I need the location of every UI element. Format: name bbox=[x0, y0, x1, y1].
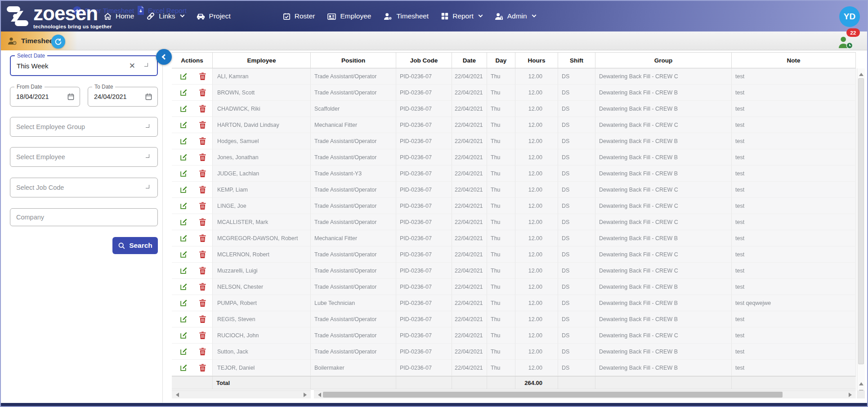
delete-icon[interactable] bbox=[199, 364, 206, 371]
delete-icon[interactable] bbox=[199, 234, 206, 242]
delete-icon[interactable] bbox=[199, 105, 206, 112]
nav-item-report[interactable]: Report bbox=[441, 12, 482, 20]
admin-person-icon bbox=[494, 12, 504, 21]
employee-select[interactable]: Select Employee bbox=[10, 147, 158, 167]
scroll-left-arrow[interactable] bbox=[316, 393, 321, 397]
brand-logo[interactable]: zoesen technologies bring us together bbox=[6, 4, 112, 30]
col-header-shift[interactable]: Shift bbox=[558, 53, 595, 68]
delete-icon[interactable] bbox=[199, 283, 206, 291]
horizontal-scrollbar[interactable] bbox=[314, 390, 856, 398]
calendar-icon[interactable] bbox=[67, 93, 74, 100]
edit-icon[interactable] bbox=[180, 105, 188, 112]
edit-icon[interactable] bbox=[180, 348, 188, 355]
edit-icon[interactable] bbox=[180, 299, 188, 307]
edit-icon[interactable] bbox=[180, 121, 188, 129]
edit-icon[interactable] bbox=[180, 331, 188, 339]
delete-icon[interactable] bbox=[199, 299, 206, 307]
chevron-down-icon[interactable] bbox=[144, 63, 148, 67]
delete-icon[interactable] bbox=[199, 170, 206, 177]
hours-cell: 12.00 bbox=[515, 279, 558, 295]
edit-icon[interactable] bbox=[180, 170, 188, 177]
select-date-field[interactable]: Select Date This Week ✕ bbox=[10, 55, 158, 76]
from-date-field[interactable]: From Date 18/04/2021 bbox=[10, 87, 80, 107]
delete-icon[interactable] bbox=[199, 348, 206, 355]
job-code-cell: PID-0236-07 bbox=[396, 214, 452, 230]
edit-icon[interactable] bbox=[180, 267, 188, 274]
tab-timesheet[interactable]: Timesheet bbox=[7, 31, 55, 50]
search-button[interactable]: Search bbox=[112, 237, 158, 254]
vertical-scroll-thumb[interactable] bbox=[858, 78, 864, 364]
col-header-date[interactable]: Date bbox=[452, 53, 487, 68]
refresh-button[interactable] bbox=[51, 35, 65, 49]
col-header-employee[interactable]: Employee bbox=[213, 53, 311, 68]
edit-icon[interactable] bbox=[180, 89, 188, 96]
delete-icon[interactable] bbox=[199, 218, 206, 226]
edit-icon[interactable] bbox=[180, 153, 188, 161]
edit-icon[interactable] bbox=[180, 250, 188, 258]
actions-cell bbox=[172, 149, 213, 165]
col-header-group[interactable]: Group bbox=[595, 53, 732, 68]
clear-icon[interactable]: ✕ bbox=[129, 62, 135, 70]
col-header-day[interactable]: Day bbox=[487, 53, 515, 68]
scroll-left-arrow[interactable] bbox=[174, 393, 179, 397]
nav-item-admin[interactable]: Admin bbox=[494, 12, 536, 21]
delete-icon[interactable] bbox=[199, 153, 206, 161]
edit-icon[interactable] bbox=[180, 186, 188, 193]
nav-item-links[interactable]: Links bbox=[146, 12, 183, 21]
delete-icon[interactable] bbox=[199, 121, 206, 129]
col-header-jobcode[interactable]: Job Code bbox=[396, 53, 452, 68]
edit-icon[interactable] bbox=[180, 315, 188, 323]
pending-timesheets-button[interactable]: 22 bbox=[835, 31, 861, 50]
nav-item-project[interactable]: Project bbox=[196, 12, 231, 21]
col-header-hours[interactable]: Hours bbox=[515, 53, 558, 68]
delete-icon[interactable] bbox=[199, 72, 206, 80]
col-header-note[interactable]: Note bbox=[732, 53, 856, 68]
edit-icon[interactable] bbox=[180, 72, 188, 80]
shift-cell: DS bbox=[558, 246, 595, 263]
hours-cell: 12.00 bbox=[515, 85, 558, 101]
scroll-up-arrow[interactable] bbox=[859, 380, 864, 385]
delete-icon[interactable] bbox=[199, 186, 206, 193]
edit-icon[interactable] bbox=[180, 283, 188, 291]
hours-cell: 12.00 bbox=[515, 230, 558, 246]
nav-label: Employee bbox=[340, 12, 371, 20]
fixed-columns-scrollbar[interactable] bbox=[172, 390, 311, 398]
delete-icon[interactable] bbox=[199, 331, 206, 339]
delete-icon[interactable] bbox=[199, 202, 206, 210]
user-avatar[interactable]: YD bbox=[839, 6, 860, 27]
vertical-scrollbar[interactable] bbox=[857, 68, 865, 398]
sidebar-collapse-button[interactable] bbox=[156, 49, 172, 65]
edit-icon[interactable] bbox=[180, 234, 188, 242]
scroll-right-arrow[interactable] bbox=[304, 393, 309, 397]
actions-cell bbox=[172, 117, 213, 133]
col-header-actions[interactable]: Actions bbox=[172, 53, 213, 68]
group-cell: Dewatering Back Fill - CREW C bbox=[595, 327, 732, 344]
scroll-up-arrow[interactable] bbox=[859, 71, 864, 76]
day-cell: Thu bbox=[487, 214, 515, 230]
job-code-select[interactable]: Select Job Code bbox=[10, 178, 158, 197]
nav-item-roster[interactable]: Roster bbox=[282, 12, 315, 21]
employee-group-select[interactable]: Select Employee Group bbox=[10, 117, 158, 137]
note-cell: test bbox=[732, 182, 856, 198]
col-header-position[interactable]: Position bbox=[311, 53, 396, 68]
delete-icon[interactable] bbox=[199, 137, 206, 145]
edit-icon[interactable] bbox=[180, 137, 188, 145]
edit-icon[interactable] bbox=[180, 364, 188, 371]
delete-icon[interactable] bbox=[199, 267, 206, 274]
delete-icon[interactable] bbox=[199, 315, 206, 323]
edit-icon[interactable] bbox=[180, 218, 188, 226]
day-cell: Thu bbox=[487, 230, 515, 246]
nav-item-home[interactable]: Home bbox=[103, 12, 134, 21]
scroll-right-arrow[interactable] bbox=[849, 393, 854, 397]
delete-icon[interactable] bbox=[199, 89, 206, 96]
company-field[interactable]: Company bbox=[10, 208, 158, 226]
nav-item-timesheet[interactable]: Timesheet bbox=[383, 12, 429, 21]
project-vehicle-icon bbox=[196, 12, 206, 21]
calendar-icon[interactable] bbox=[145, 93, 152, 100]
job-code-cell: PID-0236-07 bbox=[396, 117, 452, 133]
delete-icon[interactable] bbox=[199, 250, 206, 258]
to-date-field[interactable]: To Date 24/04/2021 bbox=[88, 87, 158, 107]
nav-item-employee[interactable]: Employee bbox=[327, 12, 371, 21]
edit-icon[interactable] bbox=[180, 202, 188, 210]
horizontal-scroll-thumb[interactable] bbox=[323, 392, 783, 398]
